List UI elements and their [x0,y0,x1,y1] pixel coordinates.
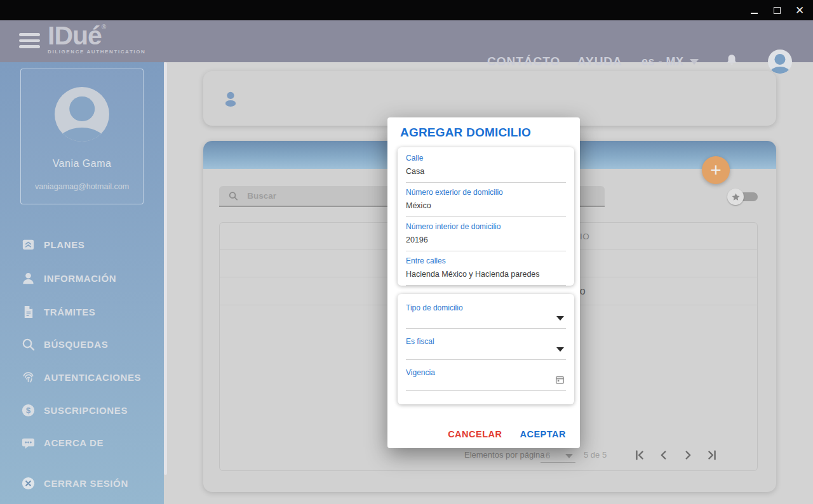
app-header: IDué® DILIGENCE AUTHENTICATION CONTÁCTO … [0,20,813,62]
sidebar-item-planes[interactable]: PLANES [21,236,154,253]
sidebar-item-tramites[interactable]: TRÁMITES [21,303,154,320]
maximize-icon[interactable] [766,0,788,20]
sidebar-item-autenticaciones[interactable]: AUTENTICACIONES [21,369,154,385]
modal-title: AGREGAR DOMICILIO [400,126,531,140]
items-per-page-select[interactable]: 6 [541,448,575,463]
sidebar-scrollbar[interactable] [164,62,167,475]
profile-name: Vania Gama [21,158,143,169]
paginator: Elementos por página 6 5 de 5 [220,446,757,465]
app-window: ✕ IDué® DILIGENCE AUTHENTICATION CONTÁCT… [0,0,813,504]
cancel-button[interactable]: CANCELAR [448,429,502,439]
add-domicilio-fab-button[interactable]: + [702,156,730,184]
last-page-icon[interactable] [705,448,719,462]
field-numero-interior[interactable]: Número interior de domicilio 20196 [406,217,566,251]
dollar-icon: $ [21,403,36,418]
logout-icon [21,476,36,491]
sidebar-item-cerrar-sesion[interactable]: CERRAR SESIÓN [21,475,154,491]
person-icon [21,271,36,286]
brand-logo: IDué® DILIGENCE AUTHENTICATION [48,23,145,55]
profile-email: vaniagamag@hotmail.com [21,182,143,191]
profile-avatar [55,87,109,142]
previous-page-icon[interactable] [657,448,671,462]
search-icon [21,337,36,352]
datepicker-vigencia[interactable]: Vigencia [406,360,566,391]
dropdown-caret-icon [556,347,564,352]
plans-icon [21,237,36,252]
items-per-page-label: Elementos por página [464,450,544,460]
brand-name: IDué [48,21,102,50]
calendar-icon [554,375,565,385]
select-tipo-de-domicilio[interactable]: Tipo de domicilio [406,294,566,329]
star-icon [731,192,741,202]
dropdown-caret-icon [556,316,564,321]
language-value: es - MX [642,55,684,69]
person-icon [221,90,240,109]
fingerprint-icon [21,370,36,385]
close-icon[interactable]: ✕ [789,0,810,20]
favorites-filter-toggle[interactable] [727,189,758,205]
os-titlebar: ✕ [0,0,813,20]
menu-hamburger-icon[interactable] [19,33,40,50]
chat-icon [21,435,36,450]
sidebar-item-suscripciones[interactable]: $ SUSCRIPCIONES [21,402,154,418]
chevron-down-icon [690,59,699,65]
select-es-fiscal[interactable]: Es fiscal [406,329,566,360]
accept-button[interactable]: ACEPTAR [520,429,566,439]
registered-mark: ® [102,23,106,30]
sidebar-item-informacion[interactable]: INFORMACIÓN [21,270,154,286]
chevron-down-icon [565,454,573,458]
document-icon [21,305,36,319]
svg-text:$: $ [26,406,30,415]
items-per-page-value: 6 [546,451,550,460]
search-icon [228,190,238,201]
first-page-icon[interactable] [633,448,647,462]
toggle-thumb [727,189,744,205]
notifications-bell-icon[interactable] [725,53,739,70]
field-entre-calles[interactable]: Entre calles Hacienda México y Hacienda … [406,251,566,286]
profile-card: Vania Gama vaniagamag@hotmail.com [20,69,144,204]
next-page-icon[interactable] [681,448,695,462]
sidebar-item-acerca-de[interactable]: ACERCA DE [21,434,154,451]
sidebar: Vania Gama vaniagamag@hotmail.com PLANES… [0,62,164,504]
address-options-card: Tipo de domicilio Es fiscal Vigencia [398,294,574,404]
page-range-label: 5 de 5 [584,450,607,460]
agregar-domicilio-modal: AGREGAR DOMICILIO Calle Casa Número exte… [387,117,580,448]
brand-subtitle: DILIGENCE AUTHENTICATION [48,50,145,55]
modal-actions: CANCELAR ACEPTAR [448,429,566,439]
user-avatar[interactable] [768,50,792,74]
sidebar-item-busquedas[interactable]: BÚSQUEDAS [21,336,154,352]
field-numero-exterior[interactable]: Número exterior de domicilio México [406,183,566,217]
field-calle[interactable]: Calle Casa [406,149,566,183]
minimize-icon[interactable] [743,0,765,20]
address-fields-card: Calle Casa Número exterior de domicilio … [398,147,574,286]
